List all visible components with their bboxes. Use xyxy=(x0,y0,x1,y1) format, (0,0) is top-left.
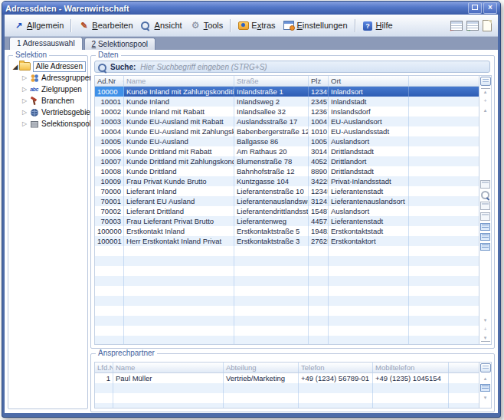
table-row[interactable]: 10001Kunde InlandInlandsweg 223457Inland… xyxy=(95,97,479,107)
new-document-icon[interactable] xyxy=(483,20,492,31)
empty-row[interactable] xyxy=(95,266,479,276)
list-view-icon[interactable] xyxy=(480,223,490,231)
tree-node-branchen[interactable]: ▷ Branchen xyxy=(21,95,86,107)
empty-row[interactable] xyxy=(95,296,479,306)
filter-icon[interactable] xyxy=(480,202,490,210)
help-icon: ? xyxy=(362,20,374,31)
scroll-down-icon[interactable]: ▾ xyxy=(481,394,490,401)
list-view-icon[interactable] xyxy=(480,243,490,251)
tree-node-alle-adressen[interactable]: ◢ Alle Adressen xyxy=(11,61,86,72)
menu-allgemein[interactable]: ↗ Allgemein xyxy=(9,18,67,32)
cell xyxy=(449,393,479,403)
add-row-icon[interactable]: + xyxy=(481,326,490,333)
list-view-icon[interactable] xyxy=(480,233,490,241)
column-header-lfdnr[interactable]: Lfd.Nr. xyxy=(95,363,113,372)
empty-row[interactable] xyxy=(95,276,479,286)
menu-bearbeiten[interactable]: ✎ Bearbeiten xyxy=(74,18,136,32)
import-table-icon[interactable]: → xyxy=(466,21,479,31)
empty-row[interactable] xyxy=(95,306,479,316)
menu-ansicht[interactable]: Ansicht xyxy=(137,18,186,32)
expander-closed-icon[interactable]: ▷ xyxy=(21,86,28,93)
column-header-name[interactable]: Name xyxy=(124,76,234,86)
empty-row[interactable] xyxy=(95,326,479,336)
scroll-to-top-icon[interactable]: ▴ xyxy=(481,88,490,95)
empty-row[interactable] xyxy=(95,286,479,296)
column-header-mobiltelefon[interactable]: Mobiltelefon xyxy=(373,363,449,372)
table-row[interactable]: 70003Frau Lieferant Privat BruttoLiefera… xyxy=(95,216,479,226)
column-header-abteilung[interactable]: Abteilung xyxy=(224,363,299,372)
expander-open-icon[interactable]: ◢ xyxy=(11,63,19,71)
table-row[interactable]: 70001Lieferant EU AuslandLieferantenausl… xyxy=(95,196,479,206)
column-header-name[interactable]: Name xyxy=(113,363,224,372)
print-icon[interactable] xyxy=(480,212,490,221)
column-header-adnr[interactable]: Ad.Nr▼ xyxy=(95,76,124,86)
restore-button[interactable] xyxy=(468,2,482,14)
column-header-telefon[interactable]: Telefon xyxy=(299,363,373,372)
table-row[interactable]: 10005Kunde EU-AuslandBallgasse 861005Aus… xyxy=(95,136,479,146)
column-header-strasse[interactable]: Straße xyxy=(234,76,309,86)
menu-tools[interactable]: ⚙ Tools xyxy=(186,18,227,32)
menu-extras[interactable]: Extras xyxy=(234,18,279,32)
empty-row[interactable] xyxy=(95,256,479,266)
tree-node-zielgruppen[interactable]: ▷ abc Zielgruppen xyxy=(21,84,86,95)
empty-row[interactable] xyxy=(95,403,479,408)
table-row[interactable]: 10009Frau Privat Kunde BruttoKuntzgasse … xyxy=(95,176,479,186)
empty-row[interactable] xyxy=(95,383,479,393)
empty-row[interactable] xyxy=(95,246,479,256)
table-row[interactable]: 10003Kunde EU-Ausland mit RabattAuslands… xyxy=(95,116,479,126)
expander-closed-icon[interactable]: ▷ xyxy=(21,74,28,81)
table-row[interactable]: 100000Erstkontakt InlandErstkontaktstraß… xyxy=(95,226,479,236)
titlebar[interactable]: Adressdaten - Warenwirtschaft × xyxy=(2,2,500,15)
menu-einstellungen[interactable]: Einstellungen xyxy=(280,18,352,32)
cell: 10006 xyxy=(95,146,124,156)
tab-selektionspool[interactable]: 2 Selektionspool xyxy=(84,38,155,50)
table-row[interactable]: 10008Kunde DrittlandBahnhofstraße 128890… xyxy=(95,166,479,176)
column-header-plz[interactable]: Plz xyxy=(309,76,329,86)
export-table-icon[interactable]: ← xyxy=(450,21,463,31)
close-button[interactable]: × xyxy=(483,2,497,14)
table-row[interactable]: 10004Kunde EU-Ausland mit Zahlungskondti… xyxy=(95,126,479,136)
empty-row[interactable] xyxy=(95,316,479,326)
table-row[interactable]: 10002Kunde Inland mit RabattInlandsallee… xyxy=(95,107,479,116)
table-row[interactable]: 1Paul MüllerVertrieb/Marketing+49 (1234)… xyxy=(95,373,479,383)
tab-adressauswahl[interactable]: 1 Adressauswahl xyxy=(9,37,83,50)
table-row[interactable]: 10007Kunde Drittland mit Zahlungskonditi… xyxy=(95,156,479,166)
column-chooser-icon[interactable] xyxy=(480,77,491,86)
expander-closed-icon[interactable]: ▷ xyxy=(21,120,28,127)
menu-hilfe[interactable]: ? Hilfe xyxy=(358,18,397,32)
scroll-to-bottom-icon[interactable]: ▾ xyxy=(481,335,490,342)
cell xyxy=(409,306,479,316)
search-input[interactable] xyxy=(139,62,486,72)
table-row[interactable]: 10000Kunde Inland mit Zahlungskondition … xyxy=(95,87,479,97)
add-row-icon[interactable]: + xyxy=(481,97,490,104)
scroll-up-icon[interactable]: ▴ xyxy=(481,107,490,113)
tree-node-selektionspools[interactable]: ▷ Selektionspools xyxy=(21,118,86,130)
cell xyxy=(409,266,479,276)
ansprechpartner-panel: Ansprechpartner Lfd.Nr. Name Abteilung T… xyxy=(90,353,495,412)
cell: Drittlandort xyxy=(329,156,409,166)
tree-root-label[interactable]: Alle Adressen xyxy=(33,61,86,72)
table-row[interactable]: 10006Kunde Drittland mit RabattAm Rathau… xyxy=(95,146,479,156)
empty-row[interactable] xyxy=(95,336,479,344)
cell xyxy=(113,403,224,408)
table-row[interactable]: 70002Lieferant DrittlandLieferantendritt… xyxy=(95,206,479,216)
tree-node-adressgruppen[interactable]: ▷ Adressgruppen xyxy=(21,72,86,84)
column-chooser-icon[interactable] xyxy=(480,363,491,372)
cell xyxy=(309,316,329,326)
card-view-icon[interactable] xyxy=(480,180,490,189)
table-row[interactable]: 70000Lieferant InlandLieferantenstraße 1… xyxy=(95,186,479,196)
expander-closed-icon[interactable]: ▷ xyxy=(21,109,28,116)
cell xyxy=(95,316,124,326)
scroll-down-icon[interactable]: ▾ xyxy=(481,317,490,323)
table-row[interactable]: 100001Herr Erstkontakt Inland PrivatErst… xyxy=(95,236,479,246)
cell xyxy=(449,403,479,408)
tree-node-vertriebsgebiete[interactable]: ▷ Vertriebsgebiete xyxy=(21,107,86,118)
menu-separator xyxy=(70,19,71,32)
column-header-ort[interactable]: Ort xyxy=(329,76,409,86)
expander-closed-icon[interactable]: ▷ xyxy=(21,97,28,104)
cell: 100001 xyxy=(95,236,124,246)
empty-row[interactable] xyxy=(95,393,479,403)
grid-search-icon[interactable] xyxy=(481,191,489,199)
scroll-up-icon[interactable]: ▴ xyxy=(481,375,490,382)
list-view-icon[interactable] xyxy=(480,384,490,392)
